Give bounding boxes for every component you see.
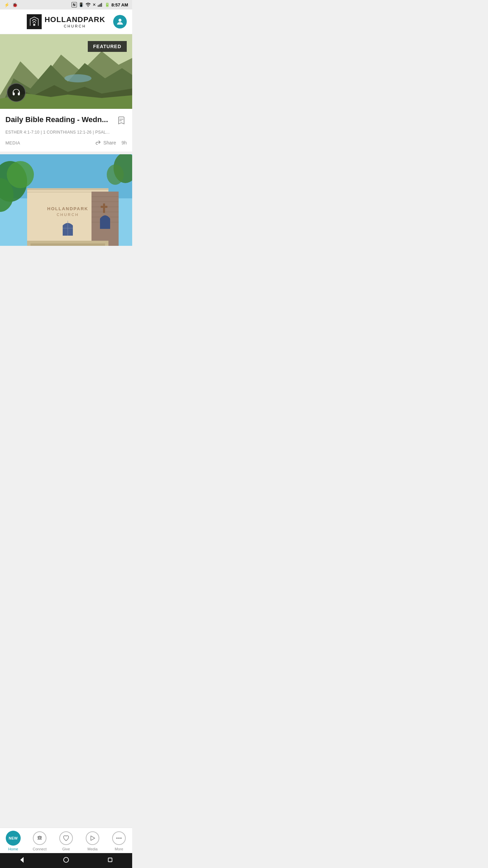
time-display: 8:57 AM — [111, 2, 128, 7]
usb-icon: ⚡ — [4, 2, 9, 7]
svg-text:HOLLANDPARK: HOLLANDPARK — [47, 206, 88, 211]
card-footer: MEDIA Share 9h — [5, 139, 127, 146]
card-subtitle: ESTHER 4:1-7:10 | 1 CORINTHIANS 12:1-26 … — [5, 130, 127, 135]
svg-point-20 — [7, 161, 34, 188]
logo: HOLLANDPARK CHURCH — [27, 14, 105, 29]
svg-rect-35 — [101, 206, 107, 208]
svg-rect-25 — [27, 190, 108, 192]
battery-icon: 🔋 — [105, 2, 110, 7]
app-header: HOLLANDPARK CHURCH — [0, 9, 132, 34]
card-top: Daily Bible Reading - Wedn... — [5, 115, 127, 127]
headphone-button[interactable] — [7, 83, 26, 102]
featured-banner: FEATURED — [0, 34, 132, 109]
time-ago: 9h — [121, 140, 127, 145]
signal-icon — [98, 3, 103, 7]
share-button[interactable]: Share — [95, 139, 116, 146]
status-bar-right: N 📳 ✕ 🔋 8:57 AM — [72, 2, 128, 7]
card-actions: Share 9h — [95, 139, 127, 146]
logo-icon — [27, 14, 42, 29]
svg-rect-3 — [100, 4, 101, 7]
profile-button[interactable] — [113, 15, 127, 28]
svg-rect-24 — [27, 188, 108, 190]
nfc-icon: N — [72, 2, 77, 7]
share-label: Share — [103, 140, 116, 145]
svg-point-7 — [119, 19, 122, 22]
logo-sub-text: CHURCH — [44, 24, 105, 28]
church-image: HOLLANDPARK CHURCH — [0, 154, 132, 246]
bookmark-button[interactable] — [116, 115, 127, 127]
card-title[interactable]: Daily Bible Reading - Wedn... — [5, 115, 113, 125]
divider — [0, 152, 132, 154]
svg-rect-41 — [30, 243, 105, 246]
svg-point-11 — [64, 74, 92, 82]
x-signal-icon: ✕ — [93, 2, 96, 7]
svg-rect-2 — [99, 4, 100, 7]
svg-point-22 — [107, 164, 124, 185]
logo-text: HOLLANDPARK CHURCH — [44, 15, 105, 28]
bug-icon: 🐞 — [12, 2, 18, 7]
vibrate-icon: 📳 — [79, 2, 84, 7]
svg-rect-6 — [33, 24, 35, 26]
featured-label: FEATURED — [88, 41, 127, 52]
status-bar: ⚡ 🐞 N 📳 ✕ 🔋 8:57 AM — [0, 0, 132, 9]
svg-rect-1 — [98, 5, 98, 7]
svg-point-0 — [87, 6, 88, 7]
content-card: Daily Bible Reading - Wedn... ESTHER 4:1… — [0, 109, 132, 152]
logo-main-text: HOLLANDPARK — [44, 15, 105, 24]
card-category: MEDIA — [5, 140, 20, 145]
wifi-icon — [85, 3, 91, 7]
svg-text:CHURCH: CHURCH — [57, 213, 79, 217]
church-building-illustration: HOLLANDPARK CHURCH — [0, 154, 132, 246]
status-bar-left: ⚡ 🐞 — [4, 2, 18, 7]
svg-rect-4 — [101, 3, 102, 7]
svg-rect-34 — [103, 203, 105, 213]
